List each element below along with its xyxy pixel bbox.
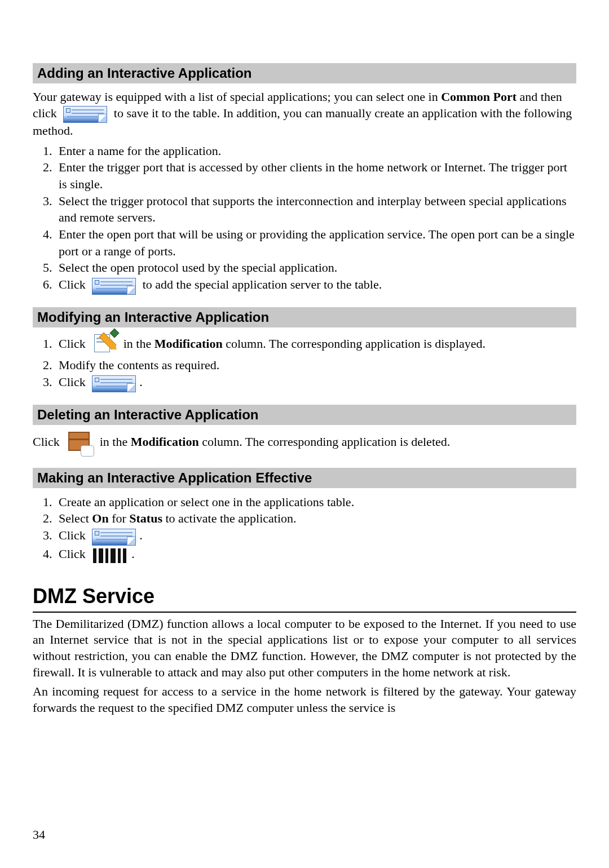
section-heading-adding: Adding an Interactive Application [33, 63, 576, 83]
text: column. The corresponding application is… [199, 435, 451, 449]
text: Click [33, 435, 63, 449]
text: in the [120, 336, 155, 351]
list-item: Enter the open port that will be using o… [55, 226, 576, 259]
section-heading-deleting: Deleting an Interactive Application [33, 405, 576, 425]
pencil-icon [92, 333, 117, 357]
text: Select [59, 511, 92, 525]
text: Select the trigger protocol that support… [59, 194, 567, 225]
delete-icon[interactable] [66, 431, 93, 455]
ui-button-icon [92, 278, 136, 295]
page-number: 34 [33, 827, 45, 842]
text: column. The corresponding application is… [223, 336, 486, 351]
text: to add the special application server to… [139, 277, 382, 291]
adding-intro: Your gateway is equipped with a list of … [33, 89, 576, 139]
section-heading-modifying: Modifying an Interactive Application [33, 307, 576, 327]
ui-button-icon [92, 375, 136, 392]
section-heading-effective: Making an Interactive Application Effect… [33, 468, 576, 488]
text: Click [59, 528, 89, 542]
text: in the [96, 435, 131, 449]
page-title-dmz: DMZ Service [33, 584, 576, 613]
trash-icon [66, 431, 93, 455]
list-item: Create an application or select one in t… [55, 494, 576, 511]
text: . [139, 375, 143, 389]
text: . [131, 547, 135, 561]
text-bold: On [92, 511, 108, 525]
text-bold: Modification [131, 435, 199, 449]
apply-button-chip[interactable] [92, 374, 136, 392]
text: Your gateway is equipped with a list of … [33, 90, 441, 104]
text: for [109, 511, 130, 525]
text: Click [59, 547, 89, 561]
list-item: Click . [55, 546, 576, 564]
text: Enter the open port that will be using o… [59, 227, 575, 258]
deleting-line: Click in the Modification column. The co… [33, 431, 576, 455]
dmz-paragraph-2: An incoming request for access to a serv… [33, 684, 576, 716]
text: Click [59, 375, 89, 389]
list-item: Click . [55, 374, 576, 392]
edit-icon[interactable] [92, 333, 117, 357]
list-item: Select the open protocol used by the spe… [55, 259, 576, 276]
barcode-icon [92, 547, 128, 564]
text: Click [59, 336, 89, 351]
text-bold: Common Port [441, 90, 517, 104]
text: Enter the trigger port that is accessed … [59, 160, 567, 191]
text: Enter a name for the application. [59, 144, 221, 158]
list-item: Enter a name for the application. [55, 143, 576, 160]
barcode-button[interactable] [92, 546, 128, 564]
list-item: Click to add the special application ser… [55, 276, 576, 295]
text-bold: Status [129, 511, 162, 525]
text: to save it to the table. In addition, yo… [33, 106, 572, 138]
text: Create an application or select one in t… [59, 495, 354, 509]
text: . [139, 528, 143, 542]
ui-button-icon [92, 529, 136, 546]
list-item: Select On for Status to activate the app… [55, 510, 576, 527]
text: Modify the contents as required. [59, 358, 219, 372]
dmz-paragraph-1: The Demilitarized (DMZ) function allows … [33, 616, 576, 680]
text: Select the open protocol used by the spe… [59, 260, 337, 274]
ui-button-icon [63, 106, 107, 123]
list-item: Click in the Modification column. The co… [55, 333, 576, 357]
adding-steps: Enter a name for the application. Enter … [33, 143, 576, 295]
list-item: Enter the trigger port that is accessed … [55, 159, 576, 192]
text: to activate the application. [162, 511, 297, 525]
add-button-chip[interactable] [92, 277, 136, 295]
document-page: Adding an Interactive Application Your g… [0, 0, 609, 868]
list-item: Click . [55, 527, 576, 546]
text: Click [59, 277, 89, 291]
list-item: Select the trigger protocol that support… [55, 193, 576, 226]
list-item: Modify the contents as required. [55, 357, 576, 374]
modifying-steps: Click in the Modification column. The co… [33, 333, 576, 392]
apply-button-chip[interactable] [92, 528, 136, 546]
save-button-chip[interactable] [63, 105, 107, 123]
text-bold: Modification [155, 336, 223, 351]
effective-steps: Create an application or select one in t… [33, 494, 576, 564]
